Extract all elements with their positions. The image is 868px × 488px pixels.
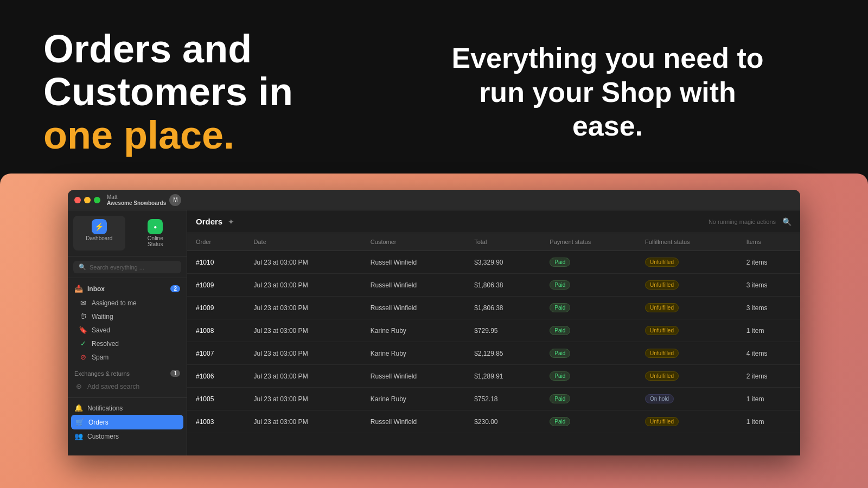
inbox-badge: 2 xyxy=(170,285,180,292)
cell-payment: Paid xyxy=(541,297,636,319)
orders-label: Orders xyxy=(88,419,108,426)
cell-fulfillment: On hold xyxy=(636,388,738,410)
tab-dashboard[interactable]: ⚡ Dashboard xyxy=(73,216,125,251)
app-window: Matt Awesome Snowboards M ⚡ Dashboard ● xyxy=(68,190,800,455)
hero-title-line1: Orders and xyxy=(43,27,252,70)
assigned-label: Assigned to me xyxy=(92,299,137,307)
table-row[interactable]: #1009 Jul 23 at 03:00 PM Russell Winfiel… xyxy=(187,297,800,319)
table-row[interactable]: #1009 Jul 23 at 03:00 PM Russell Winfiel… xyxy=(187,274,800,297)
cell-customer: Russell Winfield xyxy=(362,365,465,388)
cell-customer: Russell Winfield xyxy=(362,274,465,297)
table-row[interactable]: #1005 Jul 23 at 03:00 PM Karine Ruby $75… xyxy=(187,388,800,410)
cell-order-id: #1007 xyxy=(187,342,245,365)
table-row[interactable]: #1006 Jul 23 at 03:00 PM Russell Winfiel… xyxy=(187,365,800,388)
sidebar-item-add-search[interactable]: ⊕ Add saved search xyxy=(68,380,187,393)
add-search-label: Add saved search xyxy=(87,383,139,390)
cell-items: 2 items xyxy=(738,365,800,388)
col-payment-status: Payment status xyxy=(541,233,636,251)
table-row[interactable]: #1007 Jul 23 at 03:00 PM Karine Ruby $2,… xyxy=(187,342,800,365)
cell-total: $2,129.85 xyxy=(465,342,541,365)
orders-icon: 🛒 xyxy=(75,418,84,426)
saved-label: Saved xyxy=(92,326,110,334)
tab-status-sublabel: Status xyxy=(148,241,163,247)
header-search-icon[interactable]: 🔍 xyxy=(782,217,792,226)
sidebar-item-notifications[interactable]: 🔔 Notifications xyxy=(68,401,187,415)
cell-date: Jul 23 at 03:00 PM xyxy=(245,342,362,365)
cell-customer: Russell Winfield xyxy=(362,410,465,433)
cell-total: $1,806.38 xyxy=(465,297,541,319)
sidebar-item-inbox[interactable]: 📥 Inbox 2 xyxy=(68,281,187,296)
inbox-icon: 📥 xyxy=(74,285,83,293)
titlebar-shop: Awesome Snowboards xyxy=(107,200,166,206)
customers-label: Customers xyxy=(87,433,119,440)
cell-payment: Paid xyxy=(541,410,636,433)
cell-total: $729.95 xyxy=(465,319,541,342)
cell-customer: Karine Ruby xyxy=(362,342,465,365)
col-total: Total xyxy=(465,233,541,251)
cell-date: Jul 23 at 03:00 PM xyxy=(245,365,362,388)
sidebar-search-area: 🔍 Search everything ... xyxy=(68,256,187,278)
waiting-label: Waiting xyxy=(92,313,113,320)
sidebar-item-saved[interactable]: 🔖 Saved xyxy=(72,323,187,337)
sidebar-item-exchanges[interactable]: Exchanges & returns 1 xyxy=(68,367,187,380)
tab-status[interactable]: ● Online Status xyxy=(130,216,182,251)
close-button[interactable] xyxy=(74,197,81,203)
cell-items: 4 items xyxy=(738,342,800,365)
col-date: Date xyxy=(245,233,362,251)
hero-right: Everything you need to run your Shop wit… xyxy=(407,41,825,143)
orders-table: Order Date Customer Total Payment status… xyxy=(187,233,800,455)
col-order: Order xyxy=(187,233,245,251)
cell-total: $3,329.90 xyxy=(465,251,541,274)
search-input[interactable]: 🔍 Search everything ... xyxy=(73,261,181,273)
sidebar-item-spam[interactable]: ⊘ Spam xyxy=(72,350,187,364)
cell-fulfillment: Unfulfilled xyxy=(636,365,738,388)
customers-icon: 👥 xyxy=(74,432,83,440)
cell-customer: Russell Winfield xyxy=(362,297,465,319)
sidebar-nav: 📥 Inbox 2 ✉ Assigned to me ⏱ Waiting xyxy=(68,278,187,455)
cell-payment: Paid xyxy=(541,388,636,410)
cell-customer: Karine Ruby xyxy=(362,319,465,342)
spam-label: Spam xyxy=(92,354,108,361)
cell-total: $230.00 xyxy=(465,410,541,433)
tab-dashboard-label: Dashboard xyxy=(86,235,112,241)
hero-subtitle: Everything you need to run your Shop wit… xyxy=(445,41,770,143)
cell-date: Jul 23 at 03:00 PM xyxy=(245,319,362,342)
sidebar-item-waiting[interactable]: ⏱ Waiting xyxy=(72,310,187,323)
resolved-icon: ✓ xyxy=(79,339,87,348)
orders-tbody: #1010 Jul 23 at 03:00 PM Russell Winfiel… xyxy=(187,251,800,433)
cell-payment: Paid xyxy=(541,342,636,365)
cell-customer: Karine Ruby xyxy=(362,388,465,410)
add-search-icon: ⊕ xyxy=(74,382,83,390)
cell-fulfillment: Unfulfilled xyxy=(636,297,738,319)
window-body: ⚡ Dashboard ● Online Status 🔍 Search eve… xyxy=(68,210,800,455)
sidebar-item-assigned[interactable]: ✉ Assigned to me xyxy=(72,296,187,310)
maximize-button[interactable] xyxy=(94,197,100,203)
main-header: Orders ✦ No running magic actions 🔍 xyxy=(187,210,800,233)
main-content: Orders ✦ No running magic actions 🔍 Orde… xyxy=(187,210,800,455)
sidebar-item-orders[interactable]: 🛒 Orders xyxy=(71,415,183,429)
cell-payment: Paid xyxy=(541,319,636,342)
exchanges-badge: 1 xyxy=(170,370,180,377)
cell-date: Jul 23 at 03:00 PM xyxy=(245,251,362,274)
table-row[interactable]: #1008 Jul 23 at 03:00 PM Karine Ruby $72… xyxy=(187,319,800,342)
page-title: Orders xyxy=(196,217,222,226)
cell-total: $752.18 xyxy=(465,388,541,410)
cell-date: Jul 23 at 03:00 PM xyxy=(245,388,362,410)
table-row[interactable]: #1010 Jul 23 at 03:00 PM Russell Winfiel… xyxy=(187,251,800,274)
minimize-button[interactable] xyxy=(84,197,91,203)
magic-wand-icon[interactable]: ✦ xyxy=(228,217,234,226)
cell-order-id: #1006 xyxy=(187,365,245,388)
sidebar-item-customers[interactable]: 👥 Customers xyxy=(68,429,187,443)
cell-items: 2 items xyxy=(738,251,800,274)
sidebar-item-resolved[interactable]: ✓ Resolved xyxy=(72,337,187,350)
cell-items: 3 items xyxy=(738,297,800,319)
inbox-subsection: ✉ Assigned to me ⏱ Waiting 🔖 Saved ✓ xyxy=(68,296,187,364)
table-row[interactable]: #1003 Jul 23 at 03:00 PM Russell Winfiel… xyxy=(187,410,800,433)
cell-payment: Paid xyxy=(541,251,636,274)
col-items: Items xyxy=(738,233,800,251)
exchanges-label: Exchanges & returns xyxy=(74,370,130,377)
cell-total: $1,289.91 xyxy=(465,365,541,388)
cell-order-id: #1009 xyxy=(187,274,245,297)
table-header-row: Order Date Customer Total Payment status… xyxy=(187,233,800,251)
cell-fulfillment: Unfulfilled xyxy=(636,251,738,274)
